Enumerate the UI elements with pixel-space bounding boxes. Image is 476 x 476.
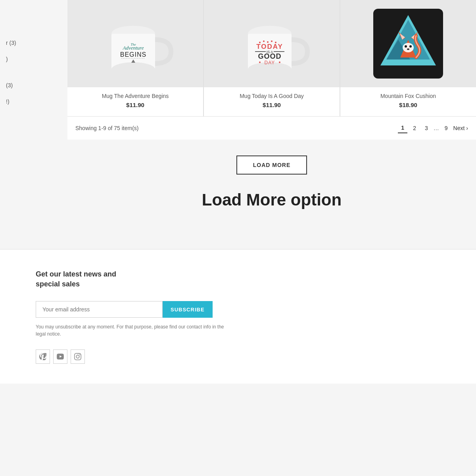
sidebar-filter-1[interactable]: r (3) xyxy=(6,40,61,46)
svg-text:DAY: DAY xyxy=(265,60,275,65)
svg-point-37 xyxy=(405,45,407,48)
product-name: Mug Today Is A Good Day xyxy=(236,93,308,99)
product-price: $11.90 xyxy=(263,102,281,108)
subscribe-button[interactable]: SUBSCRIBE xyxy=(163,301,213,318)
svg-point-38 xyxy=(409,45,412,48)
svg-point-3 xyxy=(111,62,155,77)
page-1[interactable]: 1 xyxy=(398,123,407,133)
social-icons xyxy=(36,349,476,364)
svg-text:Adventure: Adventure xyxy=(123,45,144,51)
product-price: $18.90 xyxy=(399,102,417,108)
sidebar-filters: r (3) ) (3) !) xyxy=(0,36,67,109)
newsletter-disclaimer: You may unsubscribe at any moment. For t… xyxy=(36,323,226,338)
pagination-bar: Showing 1-9 of 75 item(s) 1 2 3 … 9 Next… xyxy=(67,116,476,140)
showing-text: Showing 1-9 of 75 item(s) xyxy=(75,125,139,131)
footer: Get our latest news and special sales SU… xyxy=(0,249,476,384)
newsletter-title: Get our latest news and special sales xyxy=(36,269,131,289)
load-more-heading: Load More option xyxy=(67,186,476,233)
svg-point-14 xyxy=(263,40,265,42)
youtube-icon[interactable] xyxy=(53,349,67,364)
newsletter-form: SUBSCRIBE xyxy=(36,301,226,318)
page-2[interactable]: 2 xyxy=(410,123,419,133)
svg-text:TODAY: TODAY xyxy=(256,43,283,50)
page-9[interactable]: 9 xyxy=(441,123,451,133)
product-image: The Adventure BEGINS xyxy=(67,0,203,87)
pinterest-icon[interactable] xyxy=(36,349,50,364)
product-card[interactable]: Mountain Fox Cushion $18.90 xyxy=(340,0,476,116)
sidebar-filter-4[interactable]: !) xyxy=(6,98,61,105)
svg-point-25 xyxy=(279,61,280,63)
svg-point-39 xyxy=(407,48,409,50)
product-card[interactable]: The Adventure BEGINS Mug The Adventure B… xyxy=(67,0,203,116)
product-card[interactable]: TODAY IS A GOOD DAY Mug Today Is A Good … xyxy=(204,0,340,116)
next-button[interactable]: Next › xyxy=(453,125,468,131)
sidebar-filter-2[interactable]: ) xyxy=(6,56,61,62)
load-more-button[interactable]: LOAD MORE xyxy=(236,155,307,175)
load-more-section: LOAD MORE xyxy=(67,140,476,186)
svg-point-16 xyxy=(271,40,273,42)
page-3[interactable]: 3 xyxy=(422,123,431,133)
svg-point-36 xyxy=(403,43,414,52)
email-input[interactable] xyxy=(36,301,163,318)
product-image: TODAY IS A GOOD DAY xyxy=(204,0,340,87)
instagram-icon[interactable] xyxy=(71,349,85,364)
svg-point-23 xyxy=(259,61,261,63)
sidebar-filter-3[interactable]: (3) xyxy=(6,82,61,88)
product-price: $11.90 xyxy=(126,102,144,108)
svg-text:BEGINS: BEGINS xyxy=(120,51,146,58)
pagination-pages: 1 2 3 … 9 Next › xyxy=(398,123,468,133)
product-grid: The Adventure BEGINS Mug The Adventure B… xyxy=(67,0,476,116)
product-image xyxy=(340,0,476,87)
product-name: Mountain Fox Cushion xyxy=(376,93,440,99)
svg-text:GOOD: GOOD xyxy=(258,52,281,60)
page-ellipsis: … xyxy=(434,125,439,131)
chevron-right-icon: › xyxy=(466,125,468,131)
product-name: Mug The Adventure Begins xyxy=(98,93,173,99)
